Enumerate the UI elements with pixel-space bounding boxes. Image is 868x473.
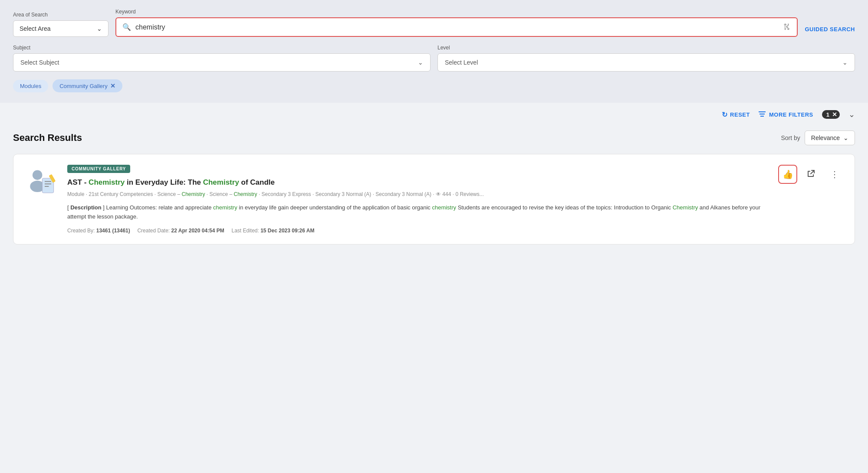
sort-chevron-icon: ⌄	[843, 134, 848, 141]
sort-by-label: Sort by	[781, 134, 800, 141]
search-row-1: Area of Search Select Area ⌄ Keyword 🔍 ⛕…	[13, 9, 855, 37]
keyword-input-wrapper: 🔍 ⛕	[115, 17, 798, 37]
last-edited-value: 15 Dec 2023 09:26 AM	[260, 228, 314, 234]
community-badge: COMMUNITY GALLERY	[67, 165, 130, 173]
collapse-icon: ⌄	[848, 110, 855, 119]
meta-highlight-1: Chemistry	[181, 191, 205, 197]
subject-select[interactable]: Select Subject ⌄	[13, 53, 431, 72]
thumbs-up-icon: 👍	[783, 169, 793, 179]
desc-highlight-3: Chemistry	[673, 204, 698, 211]
results-header: Search Results Sort by Relevance ⌄	[13, 130, 855, 145]
level-chevron-icon: ⌄	[842, 59, 848, 66]
level-select-value: Select Level	[445, 59, 478, 66]
subject-field-group: Subject Select Subject ⌄	[13, 45, 431, 72]
sort-by-value: Relevance	[811, 134, 840, 141]
level-select[interactable]: Select Level ⌄	[437, 53, 855, 72]
title-middle: in Everyday Life: The	[125, 178, 203, 186]
svg-point-3	[32, 170, 42, 180]
thumbs-up-button[interactable]: 👍	[778, 165, 797, 184]
result-meta: Module · 21st Century Competencies · Sci…	[67, 190, 769, 199]
tag-community-gallery-close-icon[interactable]: ✕	[110, 82, 115, 89]
sort-dropdown[interactable]: Relevance ⌄	[805, 130, 855, 145]
filters-bar: ↻ RESET MORE FILTERS 1 ✕ ⌄	[0, 103, 868, 126]
result-thumbnail	[24, 165, 59, 199]
collapse-button[interactable]: ⌄	[848, 110, 855, 119]
area-select[interactable]: Select Area ⌄	[13, 20, 108, 37]
clear-icon[interactable]: ⛕	[783, 23, 791, 32]
more-options-icon: ⋮	[830, 169, 839, 179]
meta-highlight-2: Chemistry	[234, 191, 257, 197]
title-suffix: of Candle	[239, 178, 275, 186]
tag-community-gallery-label: Community Gallery	[59, 83, 108, 89]
filter-badge: 1 ✕	[822, 110, 840, 119]
subject-select-value: Select Subject	[20, 59, 59, 66]
created-date-value: 22 Apr 2020 04:54 PM	[171, 228, 224, 234]
last-edited-label: Last Edited:	[231, 228, 260, 234]
reset-icon: ↻	[722, 111, 728, 119]
result-actions: 👍 ⋮	[778, 165, 844, 234]
area-select-value: Select Area	[20, 25, 51, 32]
created-by-label: Created By:	[67, 228, 96, 234]
filter-count: 1	[826, 111, 829, 118]
reset-label: RESET	[730, 111, 750, 118]
search-row-2: Subject Select Subject ⌄ Level Select Le…	[13, 45, 855, 72]
more-filters-label: MORE FILTERS	[769, 111, 813, 118]
subject-chevron-icon: ⌄	[418, 59, 423, 66]
result-footer: Created By: 13461 (13461) Created Date: …	[67, 228, 769, 234]
filter-icon	[759, 111, 766, 118]
external-link-button[interactable]	[802, 165, 821, 184]
area-label: Area of Search	[13, 12, 108, 18]
area-field-group: Area of Search Select Area ⌄	[13, 12, 108, 37]
result-body: COMMUNITY GALLERY AST - Chemistry in Eve…	[67, 165, 769, 234]
tag-community-gallery[interactable]: Community Gallery ✕	[53, 79, 122, 92]
keyword-input[interactable]	[135, 23, 779, 31]
level-label: Level	[437, 45, 855, 51]
chevron-down-icon: ⌄	[97, 25, 102, 32]
title-highlight-2: Chemistry	[203, 178, 239, 186]
guided-search-button[interactable]: GUIDED SEARCH	[805, 22, 855, 37]
more-options-button[interactable]: ⋮	[825, 165, 844, 184]
result-title: AST - Chemistry in Everyday Life: The Ch…	[67, 177, 769, 188]
main-content: Search Results Sort by Relevance ⌄	[0, 126, 868, 386]
level-field-group: Level Select Level ⌄	[437, 45, 855, 72]
external-link-icon	[807, 169, 815, 180]
reset-button[interactable]: ↻ RESET	[722, 111, 750, 119]
keyword-label: Keyword	[115, 9, 798, 15]
desc-highlight-2: chemistry	[432, 204, 456, 211]
search-panel: Area of Search Select Area ⌄ Keyword 🔍 ⛕…	[0, 0, 868, 103]
created-date-label: Created Date:	[137, 228, 171, 234]
title-highlight-1: Chemistry	[89, 178, 125, 186]
sort-by-row: Sort by Relevance ⌄	[781, 130, 855, 145]
search-icon: 🔍	[122, 23, 131, 31]
tags-row: Modules Community Gallery ✕	[13, 79, 855, 92]
keyword-field-group: Keyword 🔍 ⛕	[115, 9, 798, 37]
tag-modules[interactable]: Modules	[13, 80, 48, 92]
search-results-title: Search Results	[13, 132, 82, 144]
desc-highlight-1: chemistry	[213, 204, 237, 211]
tag-modules-label: Modules	[20, 83, 41, 89]
title-prefix: AST -	[67, 178, 89, 186]
result-description: [ Description ] Learning Outcomes: relat…	[67, 203, 769, 222]
more-filters-button[interactable]: MORE FILTERS	[759, 111, 813, 118]
created-by-value: 13461 (13461)	[96, 228, 130, 234]
subject-label: Subject	[13, 45, 431, 51]
filter-badge-close-icon[interactable]: ✕	[832, 111, 837, 118]
result-card: COMMUNITY GALLERY AST - Chemistry in Eve…	[13, 154, 855, 245]
